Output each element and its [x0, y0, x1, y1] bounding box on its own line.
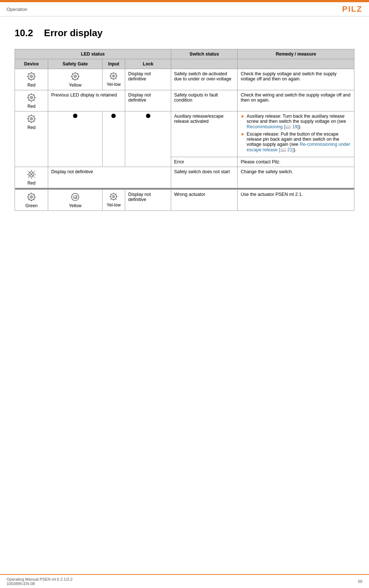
- svg-line-78: [111, 194, 111, 194]
- gate-cell: Yellow: [48, 69, 102, 90]
- error-table: LED status Switch status Remedy / measur…: [15, 49, 354, 211]
- svg-point-49: [30, 117, 33, 121]
- svg-line-5: [28, 73, 30, 75]
- table-row: Green Yellow: [15, 190, 354, 211]
- svg-line-38: [28, 100, 30, 101]
- remedy-bullet-text-2: Escape release: Pull the button of the e…: [247, 132, 351, 152]
- lock-cell: Display not definitive: [125, 69, 171, 90]
- device-color-label: Red: [27, 83, 35, 88]
- lock-cell-2: Display not definitive: [125, 90, 171, 111]
- header-title: Operation: [7, 7, 27, 12]
- svg-line-56: [34, 177, 35, 178]
- remedy-cell-3: ► Auxiliary release: Turn back the auxil…: [238, 111, 354, 157]
- svg-line-46: [34, 121, 35, 122]
- gate-retained-cell: Previous LED display is retained: [48, 90, 125, 111]
- gate-retained-text: Previous LED display is retained: [51, 92, 117, 98]
- yellow-input-led-icon: [109, 71, 118, 81]
- switch-status-cell-3b: Error: [171, 157, 238, 167]
- page-footer: Operating Manual PSEN ml b 2.1/2.2 10038…: [0, 574, 369, 588]
- gate-color-label: Yellow: [69, 83, 81, 88]
- remedy-cell-2: Check the wiring and switch the supply v…: [238, 90, 354, 111]
- red-led-blink-icon: [26, 71, 36, 81]
- yellow-input-blink-icon-5: [109, 192, 118, 201]
- svg-point-70: [30, 195, 33, 199]
- device-led-icon-5: Green: [18, 192, 45, 208]
- svg-line-28: [111, 78, 111, 79]
- lock-dot-icon: [146, 114, 150, 118]
- manual-info: Operating Manual PSEN ml b 2.1/2.2: [7, 577, 73, 581]
- svg-line-36: [34, 100, 35, 101]
- svg-line-47: [34, 116, 35, 117]
- red-led-blink-icon-2: [26, 92, 36, 103]
- switch-status-text-3b: Error: [174, 159, 184, 164]
- device-cell-3: Red: [15, 111, 48, 167]
- page-content: 10.2 Error display LED status Switch sta…: [0, 16, 369, 222]
- red-led-blink-icon-3: [26, 114, 36, 124]
- section-number: 10.2: [15, 27, 33, 39]
- switch-status-cell: Safety switch de-activated due to under …: [171, 69, 238, 90]
- svg-point-9: [30, 75, 33, 78]
- gate-no-definitive-text: Display not definitive: [51, 169, 93, 174]
- svg-line-37: [34, 95, 35, 96]
- svg-line-45: [28, 116, 30, 117]
- switch-status-text-2: Safety outputs in fault condition: [174, 92, 218, 103]
- switch-status-text-4: Safety switch does not start: [174, 169, 230, 174]
- svg-line-17: [77, 73, 78, 75]
- remedy-text-4: Change the safety switch.: [241, 169, 293, 174]
- input-led-icon: Yel-low: [105, 71, 122, 87]
- remedy-cell-4: Change the safety switch.: [238, 167, 354, 188]
- gate-led-icon: Yellow: [51, 71, 99, 88]
- svg-line-48: [28, 121, 30, 122]
- pilz-logo: PILZ: [342, 4, 362, 14]
- svg-line-67: [34, 199, 35, 200]
- footer-left: Operating Manual PSEN ml b 2.1/2.2 10038…: [7, 577, 73, 586]
- device-color-label-3: Red: [27, 125, 35, 130]
- arrow-icon-1: ►: [241, 114, 245, 119]
- device-cell-4: Red: [15, 167, 48, 188]
- remedy-text-3b: Please contact Pilz.: [241, 159, 280, 164]
- switch-status-text: Safety switch de-activated due to under …: [174, 71, 231, 81]
- gate-dot-cell: [48, 111, 102, 167]
- switch-status-cell-5: Wrong actuator: [171, 190, 238, 211]
- svg-line-66: [28, 194, 30, 195]
- lock-text-2: Display not definitive: [128, 92, 151, 103]
- lock-cell-5: Display not definitive: [125, 190, 171, 211]
- section-title: Error display: [44, 27, 103, 39]
- svg-line-6: [34, 79, 35, 80]
- gate-color-label-5: Yellow: [69, 203, 81, 208]
- svg-line-18: [72, 79, 73, 80]
- input-dot-icon: [111, 114, 116, 118]
- device-color-label-4: Red: [27, 181, 35, 186]
- svg-line-25: [111, 73, 111, 74]
- svg-line-26: [116, 78, 116, 79]
- switch-status-text-3a: Auxiliary release/escape release activat…: [174, 114, 224, 124]
- input-color-label: Yel-low: [107, 82, 120, 87]
- table-row: Red Display not definitive Safety switch…: [15, 167, 354, 188]
- remedy-bullet-2: ► Escape release: Pull the button of the…: [241, 132, 351, 152]
- svg-line-58: [28, 177, 29, 178]
- gate-cell-5: Yellow: [48, 190, 102, 211]
- remedy-cell-3b: Please contact Pilz.: [238, 157, 354, 167]
- remedy-bullet-1: ► Auxiliary release: Turn back the auxil…: [241, 114, 351, 129]
- svg-point-82: [112, 195, 115, 198]
- svg-line-68: [34, 194, 35, 195]
- svg-line-7: [34, 73, 35, 75]
- input-led-icon-5: Yel-low: [105, 192, 122, 208]
- svg-line-55: [28, 171, 29, 172]
- page-header: Operation PILZ: [0, 2, 369, 16]
- device-cell: Red: [15, 90, 48, 111]
- recommissioning-escape-link[interactable]: Re-commissioning under escape release [📖…: [247, 142, 350, 152]
- th-device: Device: [15, 59, 48, 69]
- svg-line-15: [72, 73, 73, 75]
- th-safety-gate: Safety Gate: [48, 59, 102, 69]
- device-led-icon-4: Red: [18, 169, 45, 186]
- doc-id: 1003895-EN-08: [7, 581, 73, 586]
- th-switch-status: Switch status: [171, 49, 238, 59]
- remedy-text-2: Check the wiring and switch the supply v…: [241, 92, 350, 103]
- recommissioning-link[interactable]: Recommissioning [📖 19]: [247, 124, 299, 129]
- remedy-text: Check the supply voltage and switch the …: [241, 71, 337, 81]
- input-dot-cell: [102, 111, 125, 167]
- input-color-label-5: Yel-low: [107, 202, 120, 208]
- svg-line-57: [34, 171, 35, 172]
- device-led-icon-3: Red: [18, 114, 45, 130]
